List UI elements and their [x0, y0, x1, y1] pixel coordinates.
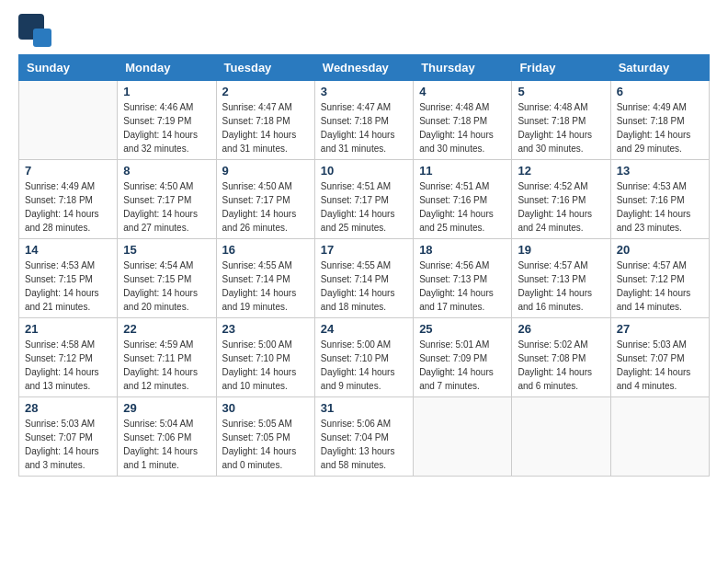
day-number: 28 [25, 401, 111, 415]
day-info: Sunrise: 4:48 AM Sunset: 7:18 PM Dayligh… [518, 100, 604, 155]
calendar-cell: 16Sunrise: 4:55 AM Sunset: 7:14 PM Dayli… [216, 239, 314, 318]
day-number: 2 [222, 85, 309, 98]
calendar-week-4: 21Sunrise: 4:58 AM Sunset: 7:12 PM Dayli… [19, 318, 710, 397]
day-number: 9 [222, 164, 309, 178]
calendar-cell: 31Sunrise: 5:06 AM Sunset: 7:04 PM Dayli… [314, 397, 413, 477]
day-number: 13 [617, 164, 703, 178]
day-number: 27 [617, 322, 703, 336]
day-info: Sunrise: 5:00 AM Sunset: 7:10 PM Dayligh… [321, 338, 407, 393]
day-number: 11 [419, 164, 506, 178]
day-number: 17 [321, 243, 407, 257]
calendar-cell: 7Sunrise: 4:49 AM Sunset: 7:18 PM Daylig… [19, 160, 118, 239]
calendar-cell: 13Sunrise: 4:53 AM Sunset: 7:16 PM Dayli… [610, 160, 709, 239]
calendar-cell [19, 81, 118, 160]
calendar-cell: 20Sunrise: 4:57 AM Sunset: 7:12 PM Dayli… [610, 239, 709, 318]
calendar-header-saturday: Saturday [610, 55, 709, 81]
day-number: 29 [123, 401, 210, 415]
calendar-cell: 28Sunrise: 5:03 AM Sunset: 7:07 PM Dayli… [19, 397, 118, 477]
calendar-cell: 18Sunrise: 4:56 AM Sunset: 7:13 PM Dayli… [414, 239, 512, 318]
day-number: 4 [419, 85, 506, 98]
day-info: Sunrise: 4:49 AM Sunset: 7:18 PM Dayligh… [25, 179, 111, 235]
day-info: Sunrise: 4:48 AM Sunset: 7:18 PM Dayligh… [419, 100, 506, 155]
day-info: Sunrise: 5:01 AM Sunset: 7:09 PM Dayligh… [419, 338, 506, 393]
calendar-cell: 25Sunrise: 5:01 AM Sunset: 7:09 PM Dayli… [414, 318, 512, 397]
day-info: Sunrise: 4:58 AM Sunset: 7:12 PM Dayligh… [25, 338, 111, 393]
calendar-cell: 3Sunrise: 4:47 AM Sunset: 7:18 PM Daylig… [314, 81, 413, 160]
day-info: Sunrise: 4:57 AM Sunset: 7:12 PM Dayligh… [617, 259, 703, 314]
calendar-cell: 11Sunrise: 4:51 AM Sunset: 7:16 PM Dayli… [414, 160, 512, 239]
day-info: Sunrise: 4:47 AM Sunset: 7:18 PM Dayligh… [321, 100, 407, 155]
day-number: 25 [419, 322, 506, 336]
day-info: Sunrise: 4:46 AM Sunset: 7:19 PM Dayligh… [123, 100, 210, 155]
day-number: 8 [123, 164, 210, 178]
day-info: Sunrise: 4:56 AM Sunset: 7:13 PM Dayligh… [419, 259, 506, 314]
calendar-cell: 12Sunrise: 4:52 AM Sunset: 7:16 PM Dayli… [512, 160, 610, 239]
day-number: 23 [222, 322, 309, 336]
calendar-cell: 29Sunrise: 5:04 AM Sunset: 7:06 PM Dayli… [118, 397, 216, 477]
calendar-week-2: 7Sunrise: 4:49 AM Sunset: 7:18 PM Daylig… [19, 160, 710, 239]
day-number: 30 [222, 401, 309, 415]
day-number: 24 [321, 322, 407, 336]
calendar-cell: 21Sunrise: 4:58 AM Sunset: 7:12 PM Dayli… [19, 318, 118, 397]
calendar-cell: 30Sunrise: 5:05 AM Sunset: 7:05 PM Dayli… [216, 397, 314, 477]
day-info: Sunrise: 5:03 AM Sunset: 7:07 PM Dayligh… [617, 338, 703, 393]
calendar-cell: 19Sunrise: 4:57 AM Sunset: 7:13 PM Dayli… [512, 239, 610, 318]
day-number: 1 [123, 85, 210, 98]
calendar-cell: 2Sunrise: 4:47 AM Sunset: 7:18 PM Daylig… [216, 81, 314, 160]
calendar-week-1: 1Sunrise: 4:46 AM Sunset: 7:19 PM Daylig… [19, 81, 710, 160]
day-number: 14 [25, 243, 111, 257]
calendar-header-row: SundayMondayTuesdayWednesdayThursdayFrid… [19, 55, 710, 81]
day-number: 6 [617, 85, 703, 98]
day-number: 22 [123, 322, 210, 336]
day-info: Sunrise: 4:59 AM Sunset: 7:11 PM Dayligh… [123, 338, 210, 393]
calendar-cell: 4Sunrise: 4:48 AM Sunset: 7:18 PM Daylig… [414, 81, 512, 160]
calendar-cell: 23Sunrise: 5:00 AM Sunset: 7:10 PM Dayli… [216, 318, 314, 397]
calendar-week-5: 28Sunrise: 5:03 AM Sunset: 7:07 PM Dayli… [19, 397, 710, 477]
calendar-header-wednesday: Wednesday [314, 55, 413, 81]
calendar-cell: 9Sunrise: 4:50 AM Sunset: 7:17 PM Daylig… [216, 160, 314, 239]
calendar-header-monday: Monday [118, 55, 216, 81]
day-info: Sunrise: 4:53 AM Sunset: 7:16 PM Dayligh… [617, 179, 703, 235]
day-info: Sunrise: 5:03 AM Sunset: 7:07 PM Dayligh… [25, 417, 111, 472]
day-info: Sunrise: 4:50 AM Sunset: 7:17 PM Dayligh… [123, 179, 210, 235]
calendar-header-tuesday: Tuesday [216, 55, 314, 81]
calendar-cell: 24Sunrise: 5:00 AM Sunset: 7:10 PM Dayli… [314, 318, 413, 397]
calendar-cell: 22Sunrise: 4:59 AM Sunset: 7:11 PM Dayli… [118, 318, 216, 397]
day-info: Sunrise: 4:52 AM Sunset: 7:16 PM Dayligh… [518, 179, 604, 235]
calendar-cell: 8Sunrise: 4:50 AM Sunset: 7:17 PM Daylig… [118, 160, 216, 239]
calendar-cell: 5Sunrise: 4:48 AM Sunset: 7:18 PM Daylig… [512, 81, 610, 160]
day-number: 16 [222, 243, 309, 257]
calendar-week-3: 14Sunrise: 4:53 AM Sunset: 7:15 PM Dayli… [19, 239, 710, 318]
day-info: Sunrise: 4:51 AM Sunset: 7:16 PM Dayligh… [419, 179, 506, 235]
day-info: Sunrise: 5:04 AM Sunset: 7:06 PM Dayligh… [123, 417, 210, 472]
day-info: Sunrise: 4:50 AM Sunset: 7:17 PM Dayligh… [222, 179, 309, 235]
day-info: Sunrise: 4:53 AM Sunset: 7:15 PM Dayligh… [25, 259, 111, 314]
calendar-cell: 17Sunrise: 4:55 AM Sunset: 7:14 PM Dayli… [314, 239, 413, 318]
calendar-header-sunday: Sunday [19, 55, 118, 81]
day-number: 15 [123, 243, 210, 257]
day-info: Sunrise: 5:00 AM Sunset: 7:10 PM Dayligh… [222, 338, 309, 393]
page-container: SundayMondayTuesdayWednesdayThursdayFrid… [0, 0, 728, 490]
calendar-cell: 6Sunrise: 4:49 AM Sunset: 7:18 PM Daylig… [610, 81, 709, 160]
day-info: Sunrise: 5:06 AM Sunset: 7:04 PM Dayligh… [321, 417, 407, 472]
day-info: Sunrise: 5:02 AM Sunset: 7:08 PM Dayligh… [518, 338, 604, 393]
day-info: Sunrise: 4:57 AM Sunset: 7:13 PM Dayligh… [518, 259, 604, 314]
calendar-header-thursday: Thursday [414, 55, 512, 81]
calendar-cell: 15Sunrise: 4:54 AM Sunset: 7:15 PM Dayli… [118, 239, 216, 318]
day-number: 20 [617, 243, 703, 257]
day-info: Sunrise: 5:05 AM Sunset: 7:05 PM Dayligh… [222, 417, 309, 472]
day-info: Sunrise: 4:55 AM Sunset: 7:14 PM Dayligh… [321, 259, 407, 314]
calendar-cell [414, 397, 512, 477]
calendar-cell: 10Sunrise: 4:51 AM Sunset: 7:17 PM Dayli… [314, 160, 413, 239]
logo [18, 14, 55, 47]
header [18, 14, 710, 47]
day-info: Sunrise: 4:55 AM Sunset: 7:14 PM Dayligh… [222, 259, 309, 314]
day-number: 18 [419, 243, 506, 257]
calendar-header-friday: Friday [512, 55, 610, 81]
day-info: Sunrise: 4:54 AM Sunset: 7:15 PM Dayligh… [123, 259, 210, 314]
calendar-table: SundayMondayTuesdayWednesdayThursdayFrid… [18, 54, 710, 477]
day-number: 12 [518, 164, 604, 178]
calendar-cell: 26Sunrise: 5:02 AM Sunset: 7:08 PM Dayli… [512, 318, 610, 397]
calendar-cell: 27Sunrise: 5:03 AM Sunset: 7:07 PM Dayli… [610, 318, 709, 397]
day-info: Sunrise: 4:51 AM Sunset: 7:17 PM Dayligh… [321, 179, 407, 235]
